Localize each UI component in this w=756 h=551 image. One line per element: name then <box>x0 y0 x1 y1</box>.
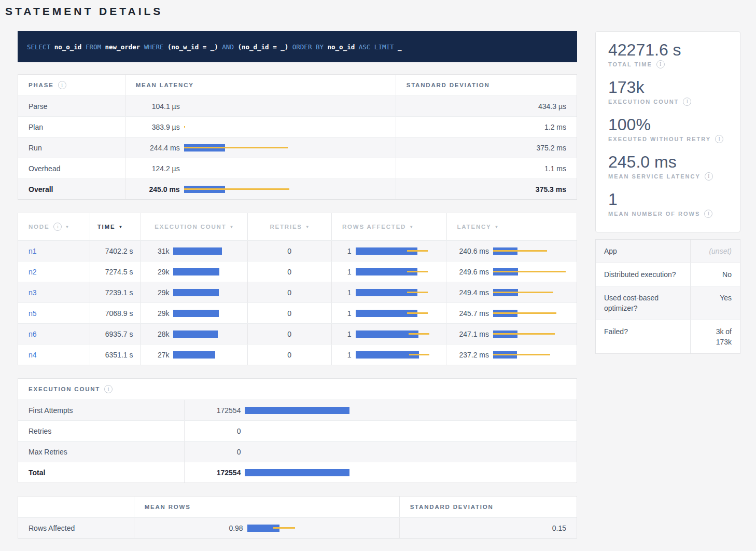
stddev-header-cell: STANDARD DEVIATION <box>396 75 577 95</box>
sort-icon[interactable]: ▼ <box>65 225 69 229</box>
exec-row-label: First Attempts <box>18 400 184 420</box>
node-rows-cell: 1 <box>331 345 446 365</box>
node-row: n3 7239.1 s 29k 0 1 249.4 ms <box>18 282 577 302</box>
info-icon[interactable]: i <box>58 81 66 89</box>
mean-latency-header-label: MEAN LATENCY <box>136 82 194 88</box>
rows-affected-column-header[interactable]: ROWS AFFECTED ▼ <box>331 213 446 240</box>
node-retries: 0 <box>247 282 331 302</box>
info-icon[interactable]: i <box>704 210 712 218</box>
exec-row-total: Total 172554 <box>18 462 577 483</box>
node-link[interactable]: n2 <box>29 268 37 276</box>
execution-count-column-header[interactable]: EXECUTION COUNT ▼ <box>141 213 248 240</box>
phase-name: Parse <box>18 96 125 116</box>
summary-stats-card: 42271.6 s TOTAL TIMEi 173k EXECUTION COU… <box>595 31 740 232</box>
node-retries: 0 <box>247 241 331 261</box>
stddev-value: 1.2 ms <box>396 117 577 137</box>
sort-icon[interactable]: ▼ <box>305 225 310 229</box>
stddev-whisker <box>409 333 429 335</box>
node-latency-cell: 237.2 ms <box>446 345 577 365</box>
rows-bar <box>356 309 432 318</box>
time-column-header[interactable]: TIME ▼ <box>90 213 141 240</box>
stddev-whisker <box>493 292 553 293</box>
node-latency-value: 249.4 ms <box>457 288 489 297</box>
node-latency-value: 240.6 ms <box>457 247 489 255</box>
count-bar <box>245 469 349 477</box>
sort-icon[interactable]: ▼ <box>230 225 234 229</box>
mean-latency-header-cell: MEAN LATENCY <box>125 75 396 95</box>
retries-column-header[interactable]: RETRIES ▼ <box>247 213 331 240</box>
stat-label: MEAN NUMBER OF ROWS <box>608 211 700 217</box>
node-retries: 0 <box>247 261 331 282</box>
stddev-value: 375.3 ms <box>396 179 577 199</box>
info-icon[interactable]: i <box>705 172 713 181</box>
node-row: n5 7068.9 s 29k 0 1 245.7 ms <box>18 302 577 323</box>
stddev-whisker <box>493 354 550 355</box>
node-exec-value: 27k <box>151 351 169 359</box>
node-exec-cell: 29k <box>140 261 247 282</box>
node-link[interactable]: n6 <box>29 330 37 338</box>
node-link[interactable]: n5 <box>29 309 37 318</box>
phase-header-label: PHASE <box>29 82 54 88</box>
sort-icon[interactable]: ▼ <box>409 225 413 229</box>
stddev-whisker <box>407 271 428 272</box>
latency-bar <box>184 102 289 111</box>
exec-row-value: 172554 <box>195 406 241 415</box>
mean-latency-value: 104.1 µs <box>136 102 180 111</box>
detail-value: Yes <box>690 286 740 320</box>
node-rows-cell: 1 <box>331 241 446 261</box>
sql-identifier: (no_w_id = _) <box>167 43 222 51</box>
node-time: 7239.1 s <box>90 282 141 302</box>
detail-row-failed: Failed? 3k of 173k <box>596 320 740 353</box>
node-rows-value: 1 <box>342 288 352 297</box>
rows-affected-row: Rows Affected 0.98 0.15 <box>18 517 577 538</box>
time-header-label: TIME <box>97 224 116 230</box>
info-icon[interactable]: i <box>104 385 113 393</box>
node-latency-cell: 245.7 ms <box>446 303 577 323</box>
node-link[interactable]: n3 <box>29 288 37 297</box>
node-link[interactable]: n1 <box>29 247 37 255</box>
node-exec-cell: 29k <box>140 303 247 323</box>
info-icon[interactable]: i <box>656 60 665 68</box>
phase-row-overhead: Overhead 124.2 µs 1.1 ms <box>18 158 577 178</box>
latency-column-header[interactable]: LATENCY ▼ <box>446 213 577 240</box>
latency-bar <box>184 144 289 152</box>
sort-icon[interactable]: ▼ <box>118 225 122 229</box>
exec-row-first-attempts: First Attempts 172554 <box>18 400 577 420</box>
mean-latency-value: 383.9 µs <box>136 123 180 131</box>
mean-latency-cell: 244.4 ms <box>125 137 396 158</box>
phase-name: Run <box>18 137 125 158</box>
exec-bar <box>173 351 235 359</box>
mean-latency-cell: 104.1 µs <box>125 96 396 116</box>
mean-latency-value: 124.2 µs <box>136 164 180 173</box>
stddev-whisker <box>493 250 547 252</box>
mean-rows-bar <box>247 524 295 532</box>
sql-keyword: FROM <box>86 43 105 51</box>
node-retries: 0 <box>247 345 331 365</box>
exec-bar <box>173 288 235 297</box>
mean-bar <box>173 289 219 296</box>
mean-latency-cell: 383.9 µs <box>125 117 396 137</box>
stat-value: 100% <box>608 115 727 134</box>
info-icon[interactable]: i <box>53 223 62 231</box>
detail-label: App <box>596 240 690 263</box>
node-rows-cell: 1 <box>331 303 446 323</box>
stddev-value: 1.1 ms <box>396 158 577 178</box>
sql-identifier: new_order <box>105 43 144 51</box>
node-row: n4 6351.1 s 27k 0 1 237.2 ms <box>18 344 577 365</box>
info-icon[interactable]: i <box>683 98 691 106</box>
stddev-value: 375.2 ms <box>396 137 577 158</box>
stddev-value: 434.3 µs <box>396 96 577 116</box>
stddev-header-label: STANDARD DEVIATION <box>410 504 494 510</box>
node-column-header[interactable]: NODE i ▼ <box>18 213 90 240</box>
stddev-whisker <box>409 354 429 355</box>
sql-query-text: SELECT no_o_id FROM new_order WHERE (no_… <box>27 43 402 51</box>
sort-icon[interactable]: ▼ <box>495 225 499 229</box>
node-exec-cell: 29k <box>140 282 247 302</box>
stat-execution-count: 173k EXECUTION COUNTi <box>608 77 727 106</box>
detail-label: Distributed execution? <box>596 263 690 286</box>
node-rows-value: 1 <box>342 351 352 359</box>
exec-row-value: 0 <box>195 448 241 456</box>
info-icon[interactable]: i <box>715 135 723 143</box>
node-link[interactable]: n4 <box>29 351 37 359</box>
mean-rows-header-label: MEAN ROWS <box>145 504 191 510</box>
